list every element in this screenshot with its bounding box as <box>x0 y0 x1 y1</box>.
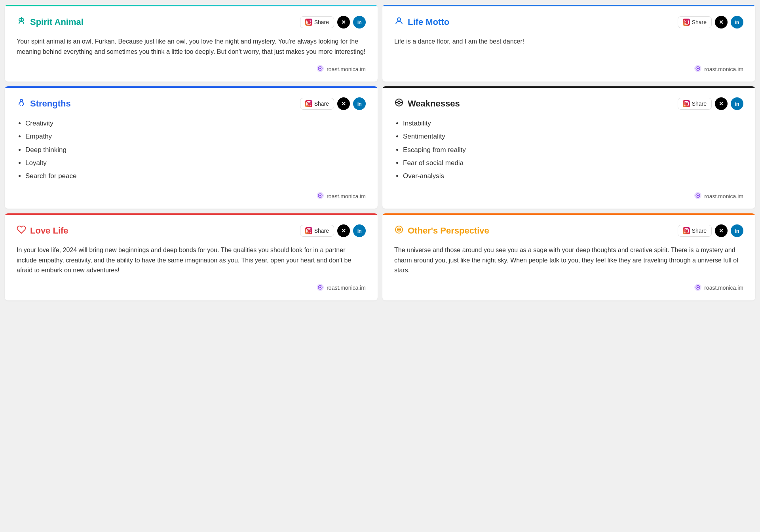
card-header: Spirit AnimalShare✕in <box>17 16 366 28</box>
instagram-icon <box>305 100 312 107</box>
share-instagram-button[interactable]: Share <box>678 16 712 28</box>
share-label: Share <box>692 101 707 107</box>
card-title-group: Weaknesses <box>394 98 460 110</box>
x-icon: ✕ <box>341 101 346 107</box>
card-content-text: The universe and those around you see yo… <box>394 245 743 276</box>
x-icon: ✕ <box>341 19 346 25</box>
card-top-border <box>5 213 378 215</box>
card-body: In your love life, 2024 will bring new b… <box>17 245 366 276</box>
card-footer: roast.monica.im <box>394 283 743 293</box>
card-title: Life Motto <box>408 17 449 27</box>
share-instagram-button[interactable]: Share <box>300 98 334 110</box>
instagram-icon <box>683 227 690 234</box>
linkedin-icon: in <box>357 19 362 25</box>
linkedin-icon: in <box>735 19 739 25</box>
svg-point-27 <box>399 229 400 230</box>
card-header: Love LifeShare✕in <box>17 224 366 237</box>
share-group: Share✕in <box>300 224 366 237</box>
card-title-group: Strengths <box>17 98 71 110</box>
svg-point-30 <box>697 287 699 288</box>
share-label: Share <box>314 228 329 234</box>
share-x-button[interactable]: ✕ <box>337 97 350 110</box>
card-header: Other's PerspectiveShare✕in <box>394 224 743 237</box>
share-linkedin-button[interactable]: in <box>353 224 366 237</box>
card-love-life: Love LifeShare✕inIn your love life, 2024… <box>5 213 378 300</box>
footer-site-text: roast.monica.im <box>327 66 366 72</box>
card-top-border <box>382 213 755 215</box>
card-title-group: Love Life <box>17 225 68 237</box>
footer-logo <box>694 283 702 293</box>
card-header: WeaknessesShare✕in <box>394 97 743 110</box>
card-body: CreativityEmpathyDeep thinkingLoyaltySea… <box>17 118 366 184</box>
share-instagram-button[interactable]: Share <box>300 225 334 237</box>
card-top-border <box>382 86 755 88</box>
share-label: Share <box>314 19 329 25</box>
footer-site-text: roast.monica.im <box>327 285 366 291</box>
x-icon: ✕ <box>719 19 724 25</box>
card-strengths: StrengthsShare✕inCreativityEmpathyDeep t… <box>5 86 378 209</box>
card-footer: roast.monica.im <box>17 283 366 293</box>
share-linkedin-button[interactable]: in <box>731 224 743 237</box>
share-x-button[interactable]: ✕ <box>337 16 350 28</box>
linkedin-icon: in <box>357 101 362 107</box>
footer-site-text: roast.monica.im <box>704 193 743 200</box>
life-motto-icon <box>394 16 404 28</box>
strengths-icon <box>17 98 26 110</box>
footer-logo <box>316 283 324 293</box>
share-group: Share✕in <box>300 97 366 110</box>
card-title-group: Spirit Animal <box>17 16 84 28</box>
spirit-animal-icon <box>17 16 26 28</box>
share-label: Share <box>692 228 707 234</box>
card-others-perspective: Other's PerspectiveShare✕inThe universe … <box>382 213 755 300</box>
footer-site-text: roast.monica.im <box>704 285 743 291</box>
card-grid: Spirit AnimalShare✕inYour spirit animal … <box>0 0 760 305</box>
svg-point-12 <box>319 195 321 196</box>
list-item: Instability <box>403 118 743 129</box>
instagram-icon <box>683 19 690 26</box>
card-title: Strengths <box>30 99 71 109</box>
card-body: The universe and those around you see yo… <box>394 245 743 276</box>
share-x-button[interactable]: ✕ <box>715 224 728 237</box>
card-spirit-animal: Spirit AnimalShare✕inYour spirit animal … <box>5 5 378 82</box>
card-footer: roast.monica.im <box>394 192 743 201</box>
card-title: Weaknesses <box>408 99 460 109</box>
list-item: Search for peace <box>25 171 366 181</box>
card-title: Love Life <box>30 226 68 236</box>
linkedin-icon: in <box>357 228 362 234</box>
card-title: Spirit Animal <box>30 17 84 27</box>
footer-logo <box>694 192 702 201</box>
instagram-icon <box>305 227 312 234</box>
x-icon: ✕ <box>719 228 724 234</box>
share-x-button[interactable]: ✕ <box>715 16 728 28</box>
list-item: Escaping from reality <box>403 144 743 155</box>
card-header: Life MottoShare✕in <box>394 16 743 28</box>
share-group: Share✕in <box>300 16 366 28</box>
share-x-button[interactable]: ✕ <box>715 97 728 110</box>
list-item: Sentimentality <box>403 131 743 142</box>
share-label: Share <box>692 19 707 25</box>
card-life-motto: Life MottoShare✕inLife is a dance floor,… <box>382 5 755 82</box>
svg-point-14 <box>398 101 400 104</box>
linkedin-icon: in <box>735 228 739 234</box>
weaknesses-icon <box>394 98 404 110</box>
share-instagram-button[interactable]: Share <box>678 225 712 237</box>
card-title: Other's Perspective <box>408 226 489 236</box>
list-item: Loyalty <box>25 158 366 168</box>
card-content-text: Your spirit animal is an owl, Furkan. Be… <box>17 36 366 57</box>
list-item: Empathy <box>25 131 366 142</box>
share-linkedin-button[interactable]: in <box>353 97 366 110</box>
share-linkedin-button[interactable]: in <box>731 97 743 110</box>
share-instagram-button[interactable]: Share <box>300 16 334 28</box>
svg-point-9 <box>20 99 23 102</box>
share-x-button[interactable]: ✕ <box>337 224 350 237</box>
footer-logo <box>694 65 702 74</box>
share-linkedin-button[interactable]: in <box>731 16 743 28</box>
list-item: Over-analysis <box>403 171 743 181</box>
x-icon: ✕ <box>341 228 346 234</box>
card-title-group: Life Motto <box>394 16 449 28</box>
instagram-icon <box>683 100 690 107</box>
card-footer: roast.monica.im <box>394 65 743 74</box>
share-instagram-button[interactable]: Share <box>678 98 712 110</box>
share-group: Share✕in <box>678 97 743 110</box>
share-linkedin-button[interactable]: in <box>353 16 366 28</box>
